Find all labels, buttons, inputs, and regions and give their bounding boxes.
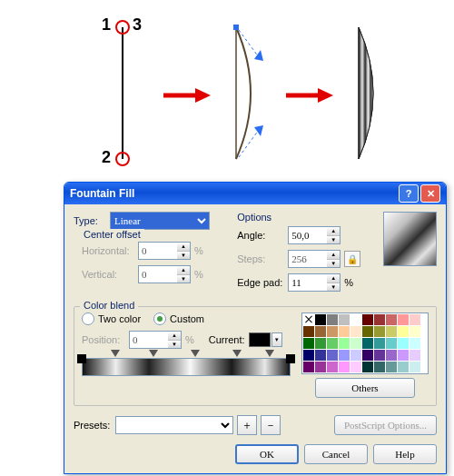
palette-swatch[interactable] xyxy=(398,338,409,349)
others-button[interactable]: Others xyxy=(315,378,415,398)
palette-swatch[interactable] xyxy=(410,326,420,337)
palette-swatch[interactable] xyxy=(303,350,314,361)
palette-swatch[interactable] xyxy=(398,326,409,337)
two-color-radio[interactable]: Two color xyxy=(82,312,141,325)
palette-swatch[interactable] xyxy=(315,350,326,361)
help-button[interactable]: Help xyxy=(373,444,437,464)
type-label: Type: xyxy=(74,215,110,226)
palette-swatch[interactable] xyxy=(327,362,338,372)
custom-radio[interactable]: Custom xyxy=(153,312,204,325)
gradient-start-node[interactable] xyxy=(77,354,86,363)
vertical-input xyxy=(138,265,177,283)
spin-up[interactable]: ▲ xyxy=(327,274,340,283)
palette-swatch[interactable] xyxy=(303,314,314,325)
angle-label: Angle: xyxy=(237,230,288,241)
palette-swatch[interactable] xyxy=(386,326,397,337)
spin-down[interactable]: ▼ xyxy=(327,236,340,244)
preset-add-button[interactable]: ＋ xyxy=(237,415,257,435)
gradient-stop[interactable] xyxy=(111,350,120,357)
gradient-slider[interactable] xyxy=(82,358,291,376)
palette-swatch[interactable] xyxy=(410,338,420,349)
palette-swatch[interactable] xyxy=(339,350,350,361)
palette-swatch[interactable] xyxy=(315,314,326,325)
palette-swatch[interactable] xyxy=(362,314,373,325)
angle-input[interactable] xyxy=(288,226,327,244)
palette-swatch[interactable] xyxy=(350,314,361,325)
palette-swatch[interactable] xyxy=(386,338,397,349)
horizontal-input xyxy=(138,242,177,260)
palette-swatch[interactable] xyxy=(362,338,373,349)
gradient-track[interactable] xyxy=(82,358,291,376)
horizontal-label: Horizontal: xyxy=(82,245,138,256)
gradient-stop[interactable] xyxy=(191,350,200,357)
palette-swatch[interactable] xyxy=(374,362,385,372)
palette-swatch[interactable] xyxy=(303,326,314,337)
type-select[interactable]: Linear xyxy=(110,212,210,230)
presets-label: Presets: xyxy=(74,420,110,431)
steps-label: Steps: xyxy=(237,253,288,264)
point-1-label: 1 xyxy=(102,15,111,35)
titlebar[interactable]: Fountain Fill ? ✕ xyxy=(64,183,446,204)
gradient-stop[interactable] xyxy=(265,350,274,357)
spin-down[interactable]: ▼ xyxy=(327,283,340,292)
palette-swatch[interactable] xyxy=(350,362,361,372)
palette-swatch[interactable] xyxy=(386,314,397,325)
edgepad-input[interactable] xyxy=(288,273,327,292)
palette-swatch[interactable] xyxy=(386,362,397,372)
svg-marker-12 xyxy=(318,88,333,103)
color-palette[interactable] xyxy=(301,312,429,374)
palette-swatch[interactable] xyxy=(315,326,326,337)
palette-swatch[interactable] xyxy=(327,326,338,337)
spin-up: ▲ xyxy=(168,332,181,341)
palette-swatch[interactable] xyxy=(339,314,350,325)
palette-swatch[interactable] xyxy=(410,350,420,361)
current-color-dropdown[interactable]: ▾ xyxy=(271,332,282,347)
titlebar-help-button[interactable]: ? xyxy=(399,184,419,203)
palette-swatch[interactable] xyxy=(398,314,409,325)
steps-input xyxy=(288,250,327,268)
palette-swatch[interactable] xyxy=(327,314,338,325)
gradient-stop[interactable] xyxy=(149,350,158,357)
palette-swatch[interactable] xyxy=(374,338,385,349)
palette-swatch[interactable] xyxy=(339,338,350,349)
palette-swatch[interactable] xyxy=(374,314,385,325)
svg-marker-4 xyxy=(195,88,211,103)
titlebar-close-button[interactable]: ✕ xyxy=(420,184,440,203)
postscript-button: PostScript Options... xyxy=(334,415,437,435)
dialog-title: Fountain Fill xyxy=(70,187,134,200)
palette-swatch[interactable] xyxy=(410,362,420,372)
current-color-swatch[interactable] xyxy=(249,332,271,347)
fountain-fill-dialog: Fountain Fill ? ✕ Type: Linear Center of… xyxy=(64,182,447,474)
palette-swatch[interactable] xyxy=(374,326,385,337)
cancel-button[interactable]: Cancel xyxy=(304,444,368,464)
palette-swatch[interactable] xyxy=(303,338,314,349)
spin-up[interactable]: ▲ xyxy=(327,227,340,236)
gradient-end-node[interactable] xyxy=(286,354,295,363)
presets-select[interactable] xyxy=(115,416,233,434)
palette-swatch[interactable] xyxy=(386,350,397,361)
palette-swatch[interactable] xyxy=(374,350,385,361)
palette-swatch[interactable] xyxy=(303,362,314,372)
lock-icon[interactable]: 🔒 xyxy=(344,251,360,267)
svg-rect-6 xyxy=(233,25,239,30)
ok-button[interactable]: OK xyxy=(235,444,299,464)
palette-swatch[interactable] xyxy=(398,362,409,372)
palette-swatch[interactable] xyxy=(339,326,350,337)
pct-label: % xyxy=(185,334,194,345)
palette-swatch[interactable] xyxy=(350,338,361,349)
palette-swatch[interactable] xyxy=(398,350,409,361)
custom-label: Custom xyxy=(170,313,204,324)
palette-swatch[interactable] xyxy=(362,362,373,372)
palette-swatch[interactable] xyxy=(350,326,361,337)
palette-swatch[interactable] xyxy=(315,338,326,349)
palette-swatch[interactable] xyxy=(327,350,338,361)
palette-swatch[interactable] xyxy=(410,314,420,325)
palette-swatch[interactable] xyxy=(339,362,350,372)
preset-remove-button[interactable]: － xyxy=(261,415,281,435)
palette-swatch[interactable] xyxy=(362,326,373,337)
palette-swatch[interactable] xyxy=(350,350,361,361)
palette-swatch[interactable] xyxy=(362,350,373,361)
gradient-stop[interactable] xyxy=(232,350,242,357)
palette-swatch[interactable] xyxy=(315,362,326,372)
palette-swatch[interactable] xyxy=(327,338,338,349)
